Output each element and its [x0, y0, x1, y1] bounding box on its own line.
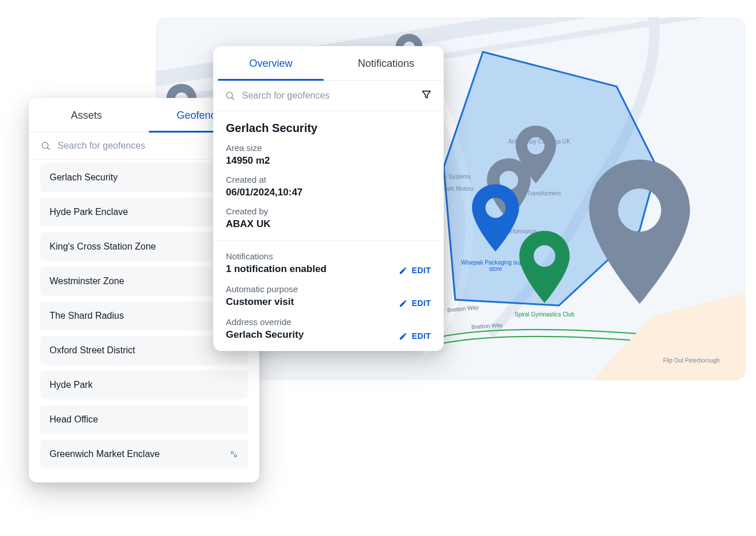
geofence-item-label: Head Office	[50, 414, 98, 425]
pencil-icon	[399, 332, 407, 341]
edit-label: EDIT	[412, 299, 432, 308]
edit-label: EDIT	[412, 331, 432, 341]
pencil-icon	[399, 266, 407, 275]
edit-label: EDIT	[412, 266, 432, 275]
geofence-item[interactable]: Head Office	[40, 405, 248, 434]
area-size-label: Area size	[226, 143, 431, 153]
geofence-item[interactable]: Hyde Park	[40, 371, 248, 399]
edit-notifications-button[interactable]: EDIT	[399, 266, 432, 275]
search-input[interactable]	[242, 90, 414, 101]
geofence-detail-panel: Overview Notifications Gerlach Security …	[213, 46, 444, 351]
address-row: Address override Gerlach Security EDIT	[226, 317, 431, 341]
address-value: Gerlach Security	[226, 329, 399, 341]
map-poi[interactable]: Flip Out Peterborough	[657, 357, 726, 364]
map-poi-label: Spiral Gymnastics Club	[515, 311, 574, 318]
geofence-item-label: King's Cross Station Zone	[50, 241, 156, 252]
waypoints-icon	[229, 450, 239, 459]
geofence-item-label: Hyde Park Enclave	[50, 207, 128, 217]
map-poi-label: Anker Stuy Coatings UK	[508, 138, 570, 145]
geofence-item-label: Greenwich Market Enclave	[50, 449, 160, 459]
detail-summary: Gerlach Security Area size 14950 m2 Crea…	[213, 111, 444, 240]
tab-notifications[interactable]: Notifications	[328, 46, 444, 80]
search-icon	[40, 141, 51, 151]
purpose-row: Automatic purpose Customer visit EDIT	[226, 284, 431, 308]
map-poi[interactable]: Anker Stuy Coatings UK	[499, 138, 580, 145]
search-icon	[225, 90, 235, 101]
created-at-label: Created at	[226, 175, 431, 184]
filter-icon	[421, 89, 432, 100]
svg-point-4	[235, 455, 237, 457]
panel-detail-tabs: Overview Notifications	[213, 46, 444, 81]
pencil-icon	[399, 299, 407, 308]
geofence-item-label: The Shard Radius	[50, 311, 124, 321]
edit-purpose-button[interactable]: EDIT	[399, 299, 432, 308]
notifications-row: Notifications 1 notification enabled EDI…	[226, 251, 431, 275]
edit-address-button[interactable]: EDIT	[399, 331, 432, 341]
geofence-item-label: Westminster Zone	[50, 276, 124, 286]
area-size-value: 14950 m2	[226, 155, 431, 167]
notifications-value: 1 notification enabled	[226, 263, 399, 275]
map-pin-icon	[501, 224, 588, 310]
tab-overview[interactable]: Overview	[213, 46, 328, 80]
geofence-title: Gerlach Security	[226, 122, 431, 135]
geofence-item-label: Gerlach Security	[50, 172, 118, 183]
purpose-value: Customer visit	[226, 296, 399, 308]
created-by-label: Created by	[226, 206, 431, 216]
svg-line-2	[47, 148, 49, 149]
geofence-item-label: Hyde Park	[50, 380, 93, 390]
purpose-label: Automatic purpose	[226, 284, 399, 294]
map-poi-fragment: ty Systems	[443, 173, 471, 180]
created-by-value: ABAX UK	[226, 218, 431, 230]
svg-line-6	[232, 97, 233, 99]
notifications-label: Notifications	[226, 251, 399, 261]
geofence-item-label: Oxford Street District	[50, 345, 135, 356]
address-label: Address override	[226, 317, 399, 327]
tab-assets[interactable]: Assets	[29, 98, 144, 132]
map-poi-label: Flip Out Peterborough	[663, 357, 720, 364]
created-at-value: 06/01/2024,10:47	[226, 187, 431, 198]
map-poi-fragment: Park Motors	[443, 186, 474, 192]
svg-point-3	[231, 451, 233, 454]
filter-button[interactable]	[421, 89, 432, 103]
detail-settings: Notifications 1 notification enabled EDI…	[213, 240, 444, 351]
search-row	[213, 81, 444, 111]
map-poi[interactable]: Spiral Gymnastics Club	[501, 224, 588, 318]
geofence-item[interactable]: Greenwich Market Enclave	[40, 440, 248, 469]
